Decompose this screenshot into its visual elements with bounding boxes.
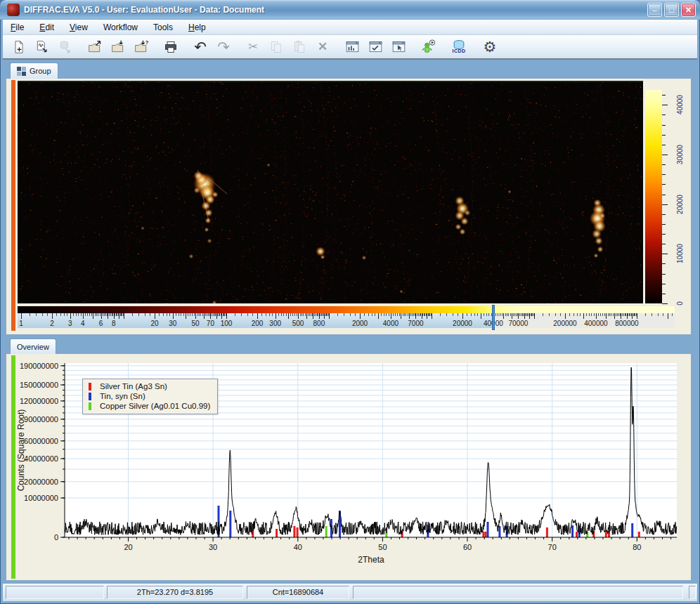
svg-text:190000000: 190000000 [20, 362, 58, 370]
cursor-window-icon [391, 40, 406, 54]
status-bar: 2Th=23.270 d=3.8195 Cnt=16890684 [3, 584, 697, 601]
svg-text:20000000: 20000000 [24, 478, 58, 486]
svg-text:20: 20 [124, 543, 132, 551]
cut-button: ✂ [242, 37, 264, 57]
svg-text:30: 30 [209, 543, 217, 551]
view-scan-list-button[interactable] [365, 37, 386, 57]
import-scan-icon [35, 40, 49, 54]
menu-edit[interactable]: Edit [32, 20, 62, 34]
folder-import-icon [110, 40, 126, 54]
new-document-icon [12, 40, 26, 54]
window-title: DIFFRAC.EVA V5.0 - User: EvaluationUser … [24, 5, 645, 15]
svg-text:60: 60 [463, 543, 472, 551]
svg-text:10000000: 10000000 [24, 494, 58, 502]
intensity-log-ruler[interactable]: 1234682030507010020030050080020004000700… [18, 305, 677, 330]
redo-button: ↷ [213, 37, 234, 57]
group-grid-icon [17, 67, 26, 76]
legend-item: Silver Tin (Ag3 Sn) [89, 381, 210, 391]
svg-text:120000000: 120000000 [20, 397, 58, 405]
status-counts: Cnt=16890684 [247, 586, 349, 599]
svg-text:60000000: 60000000 [24, 437, 58, 445]
menu-tools[interactable]: Tools [145, 20, 181, 34]
folder-import-question-icon: ? [134, 40, 149, 54]
menu-help[interactable]: Help [181, 20, 214, 34]
legend-color-swatch [89, 383, 91, 390]
tutorial-wizard-button[interactable] [417, 37, 439, 57]
view-selection-button[interactable] [388, 37, 409, 57]
copy-button [266, 37, 287, 57]
gear-icon: ⚙ [484, 39, 497, 55]
menu-bar: File Edit View Workflow Tools Help [3, 20, 697, 35]
copy-icon [269, 40, 283, 54]
view-data-tree-button[interactable] [342, 37, 363, 57]
svg-text:40: 40 [294, 543, 302, 551]
close-button[interactable]: ✕ [681, 3, 696, 17]
svg-text:Counts (Square Root): Counts (Square Root) [16, 409, 26, 492]
status-cell-empty [6, 586, 104, 599]
status-cursor-position: 2Th=23.270 d=3.8195 [107, 586, 243, 599]
printer-icon [164, 40, 178, 54]
data-tree-window-icon [345, 40, 360, 54]
icdd-database-button[interactable]: ICDD [447, 37, 471, 57]
print-button[interactable] [160, 37, 181, 57]
toolbar: ? ↶ ↷ ✂ ✕ ICDD ⚙ [3, 35, 697, 60]
paste-button [289, 37, 310, 57]
svg-text:150000000: 150000000 [20, 381, 58, 389]
menu-view[interactable]: View [62, 20, 96, 34]
svg-text:50: 50 [378, 543, 387, 551]
chart-legend[interactable]: Silver Tin (Ag3 Sn) Tin, syn (Sn) Copper… [82, 379, 218, 414]
maximize-button[interactable]: □ [664, 3, 679, 17]
app-logo-icon [7, 4, 20, 16]
redo-icon: ↷ [217, 39, 230, 55]
svg-text:?: ? [145, 40, 149, 46]
legend-color-swatch [89, 402, 91, 410]
undo-button[interactable]: ↶ [190, 37, 211, 57]
app-window: DIFFRAC.EVA V5.0 - User: EvaluationUser … [0, 0, 700, 604]
legend-item: Tin, syn (Sn) [89, 391, 210, 401]
menu-file[interactable]: File [3, 20, 32, 34]
paste-icon [292, 40, 306, 54]
settings-button[interactable]: ⚙ [479, 37, 500, 57]
intensity-gradient-strip [18, 306, 675, 313]
legend-item: Copper Silver (Ag0.01 Cu0.99) [89, 401, 210, 411]
status-cell-empty [353, 586, 683, 599]
new-document-button[interactable] [8, 37, 30, 57]
legend-color-swatch [89, 393, 91, 400]
import-with-options-button[interactable]: ? [131, 37, 152, 57]
import-button[interactable] [108, 37, 129, 57]
svg-text:70: 70 [548, 543, 557, 551]
checklist-window-icon [368, 40, 383, 54]
intensity-max-slider[interactable] [492, 305, 495, 330]
delete-icon: ✕ [318, 39, 328, 54]
svg-text:40000000: 40000000 [24, 454, 58, 463]
wizard-robot-icon [420, 39, 436, 55]
undo-icon: ↶ [194, 39, 207, 55]
tab-overview[interactable]: Overview [10, 339, 56, 354]
tab-group[interactable]: Group [10, 63, 58, 79]
import-from-database-button [55, 37, 76, 57]
svg-text:90000000: 90000000 [24, 415, 58, 424]
delete-button: ✕ [312, 37, 333, 57]
colorbar-scale: 010000200003000040000 [644, 88, 694, 308]
database-icon [58, 40, 72, 54]
cut-icon: ✂ [248, 39, 258, 54]
folder-export-icon [87, 40, 103, 54]
menu-workflow[interactable]: Workflow [96, 20, 145, 34]
title-bar: DIFFRAC.EVA V5.0 - User: EvaluationUser … [0, 0, 700, 20]
svg-text:2Theta: 2Theta [358, 555, 384, 565]
svg-text:0: 0 [54, 533, 58, 541]
resize-grip[interactable] [689, 586, 696, 599]
import-scan-button[interactable] [32, 37, 53, 57]
export-button[interactable] [84, 37, 105, 57]
icdd-label: ICDD [452, 49, 465, 53]
svg-text:80: 80 [633, 543, 641, 551]
group-selection-bar[interactable] [11, 80, 15, 331]
detector-2d-frame[interactable] [18, 81, 643, 303]
minimize-button[interactable]: – [647, 3, 662, 17]
